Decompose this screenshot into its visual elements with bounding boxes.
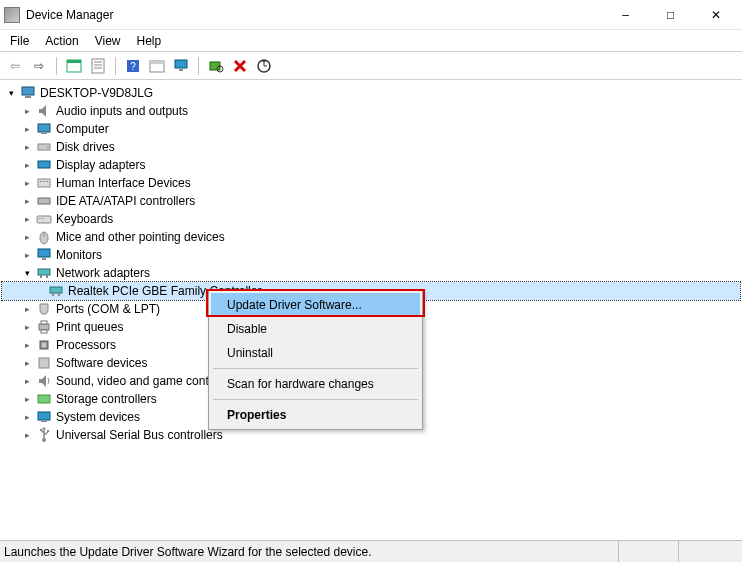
ctx-separator [213, 399, 418, 400]
tree-node-disk[interactable]: ▸ Disk drives [2, 138, 740, 156]
tree-node-network[interactable]: ▾ Network adapters [2, 264, 740, 282]
tree-node-keyboard[interactable]: ▸ Keyboards [2, 210, 740, 228]
svg-rect-40 [58, 293, 60, 296]
svg-point-20 [47, 146, 49, 148]
ctx-update-driver[interactable]: Update Driver Software... [211, 293, 420, 317]
ctx-properties[interactable]: Properties [211, 403, 420, 427]
update-driver-button[interactable] [253, 55, 275, 77]
expander-icon[interactable]: ▸ [20, 176, 34, 190]
help-button[interactable]: ? [122, 55, 144, 77]
svg-rect-53 [47, 430, 49, 432]
maximize-button[interactable]: □ [648, 0, 693, 30]
status-cell [618, 541, 678, 562]
monitor-icon [173, 58, 189, 74]
menu-bar: File Action View Help [0, 30, 742, 52]
tree-node-label: IDE ATA/ATAPI controllers [56, 194, 195, 208]
back-button[interactable]: ⇦ [4, 55, 26, 77]
menu-help[interactable]: Help [129, 32, 170, 50]
tree-node-label: Mice and other pointing devices [56, 230, 225, 244]
expander-icon[interactable]: ▸ [20, 320, 34, 334]
svg-rect-46 [39, 358, 49, 368]
expander-icon[interactable]: ▸ [20, 302, 34, 316]
expander-icon[interactable]: ▸ [20, 410, 34, 424]
uninstall-button[interactable] [229, 55, 251, 77]
tree-node-monitors[interactable]: ▸ Monitors [2, 246, 740, 264]
svg-rect-49 [41, 421, 47, 422]
ctx-separator [213, 368, 418, 369]
ctx-disable[interactable]: Disable [211, 317, 420, 341]
tree-node-display[interactable]: ▸ Display adapters [2, 156, 740, 174]
close-button[interactable]: ✕ [693, 0, 738, 30]
tree-node-ide[interactable]: ▸ IDE ATA/ATAPI controllers [2, 192, 740, 210]
expander-icon[interactable]: ▸ [20, 194, 34, 208]
tree-node-label: System devices [56, 410, 140, 424]
keyboard-icon [36, 211, 52, 227]
scan-icon [208, 58, 224, 74]
window-controls: – □ ✕ [603, 0, 738, 30]
ctx-scan[interactable]: Scan for hardware changes [211, 372, 420, 396]
expander-icon[interactable]: ▸ [20, 356, 34, 370]
network-icon [36, 265, 52, 281]
svg-rect-48 [38, 412, 50, 420]
display-adapter-icon [36, 157, 52, 173]
forward-arrow-icon: ⇨ [34, 59, 44, 73]
svg-rect-22 [38, 179, 50, 187]
expander-icon[interactable]: ▸ [20, 392, 34, 406]
expander-icon[interactable]: ▸ [20, 212, 34, 226]
tree-node-label: Audio inputs and outputs [56, 104, 188, 118]
tree-node-audio[interactable]: ▸ Audio inputs and outputs [2, 102, 740, 120]
expander-icon[interactable]: ▾ [4, 86, 18, 100]
svg-text:?: ? [130, 61, 136, 72]
tree-node-label: Monitors [56, 248, 102, 262]
svg-rect-1 [67, 60, 81, 63]
expander-icon[interactable]: ▸ [20, 428, 34, 442]
menu-view[interactable]: View [87, 32, 129, 50]
expander-icon[interactable]: ▸ [20, 158, 34, 172]
minimize-button[interactable]: – [603, 0, 648, 30]
expander-icon[interactable]: ▸ [20, 140, 34, 154]
status-text: Launches the Update Driver Software Wiza… [4, 545, 618, 559]
expander-icon[interactable]: ▸ [20, 230, 34, 244]
ctx-uninstall[interactable]: Uninstall [211, 341, 420, 365]
svg-rect-17 [38, 124, 50, 132]
tree-node-label: Processors [56, 338, 116, 352]
properties-button[interactable] [87, 55, 109, 77]
action-button[interactable] [146, 55, 168, 77]
tree-root[interactable]: ▾ DESKTOP-V9D8JLG [2, 84, 740, 102]
system-icon [36, 409, 52, 425]
svg-rect-45 [42, 343, 46, 347]
svg-rect-42 [41, 321, 47, 324]
expander-icon[interactable]: ▸ [20, 122, 34, 136]
expander-icon[interactable]: ▸ [20, 104, 34, 118]
tree-node-mice[interactable]: ▸ Mice and other pointing devices [2, 228, 740, 246]
calendar-icon [149, 58, 165, 74]
svg-rect-26 [38, 198, 50, 204]
svg-rect-27 [37, 216, 51, 223]
svg-rect-11 [179, 69, 183, 71]
window-title: Device Manager [26, 8, 603, 22]
show-hide-button[interactable] [63, 55, 85, 77]
svg-rect-30 [43, 218, 44, 219]
svg-rect-33 [38, 249, 50, 257]
expander-icon[interactable]: ▸ [20, 374, 34, 388]
tree-root-label: DESKTOP-V9D8JLG [40, 86, 153, 100]
menu-action[interactable]: Action [37, 32, 86, 50]
expander-icon[interactable]: ▸ [20, 248, 34, 262]
forward-button[interactable]: ⇨ [28, 55, 50, 77]
properties-icon [90, 58, 106, 74]
monitor-button[interactable] [170, 55, 192, 77]
scan-hardware-button[interactable] [205, 55, 227, 77]
expander-icon[interactable]: ▸ [20, 338, 34, 352]
tree-node-computer[interactable]: ▸ Computer [2, 120, 740, 138]
computer-icon [36, 121, 52, 137]
expander-icon[interactable]: ▾ [20, 266, 34, 280]
ports-icon [36, 301, 52, 317]
toolbar-separator [56, 57, 57, 75]
svg-rect-24 [43, 181, 45, 182]
tree-node-label: Ports (COM & LPT) [56, 302, 160, 316]
hid-icon [36, 175, 52, 191]
tree-node-hid[interactable]: ▸ Human Interface Devices [2, 174, 740, 192]
pane-icon [66, 58, 82, 74]
svg-rect-9 [150, 61, 164, 64]
menu-file[interactable]: File [2, 32, 37, 50]
